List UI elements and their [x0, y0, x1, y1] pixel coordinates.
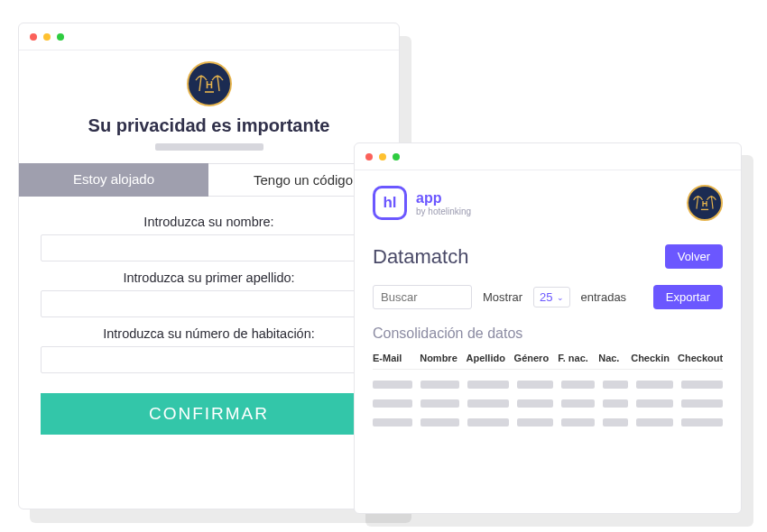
cell-placeholder	[636, 399, 673, 408]
cell-placeholder	[373, 399, 412, 408]
cell-placeholder	[467, 418, 508, 427]
label-name: Introduzca su nombre:	[41, 215, 377, 229]
cell-placeholder	[603, 418, 628, 427]
titlebar	[19, 23, 399, 50]
col-fnac[interactable]: F. nac.	[558, 353, 590, 363]
cell-placeholder	[603, 381, 628, 389]
cell-placeholder	[561, 399, 595, 408]
app-name: app	[416, 190, 471, 206]
col-nombre[interactable]: Nombre	[420, 353, 457, 363]
confirm-button[interactable]: CONFIRMAR	[41, 393, 377, 435]
cell-placeholder	[561, 418, 595, 427]
svg-text:H: H	[702, 199, 708, 208]
export-button[interactable]: Exportar	[653, 285, 723, 309]
col-apellido[interactable]: Apellido	[467, 353, 506, 363]
privacy-window: H Su privacidad es importante Estoy aloj…	[18, 23, 400, 509]
table-title: Consolidación de datos	[373, 326, 723, 342]
page-size-select[interactable]: 25 ⌄	[533, 287, 569, 307]
maximize-icon[interactable]	[393, 153, 400, 161]
name-input[interactable]	[41, 234, 377, 261]
tab-guest[interactable]: Estoy alojado	[19, 163, 208, 197]
minimize-icon[interactable]	[379, 153, 386, 161]
svg-text:H: H	[206, 79, 213, 90]
cell-placeholder	[517, 399, 554, 408]
room-input[interactable]	[41, 346, 377, 373]
minimize-icon[interactable]	[43, 33, 51, 41]
col-email[interactable]: E-Mail	[373, 353, 411, 363]
cell-placeholder	[681, 418, 723, 427]
cell-placeholder	[603, 399, 628, 408]
close-icon[interactable]	[365, 153, 373, 161]
hotel-logo: H	[687, 185, 723, 221]
section-title: Datamatch	[373, 245, 468, 269]
privacy-title: Su privacidad es importante	[88, 115, 330, 136]
label-room: Introduzca su número de habitación:	[41, 326, 377, 341]
search-input[interactable]	[373, 285, 472, 309]
cell-placeholder	[420, 381, 459, 389]
subtitle-placeholder	[155, 143, 263, 151]
datamatch-window: hl app by hotelinking H	[354, 142, 742, 514]
cell-placeholder	[517, 418, 554, 427]
show-label: Mostrar	[483, 290, 522, 304]
label-surname: Introduzca su primer apellido:	[41, 271, 377, 285]
chevron-down-icon: ⌄	[557, 293, 564, 302]
cell-placeholder	[517, 381, 554, 389]
hotel-logo: H	[187, 61, 232, 106]
cell-placeholder	[420, 418, 459, 427]
page-size-value: 25	[540, 290, 552, 304]
app-subtitle: by hotelinking	[416, 206, 471, 216]
surname-input[interactable]	[41, 290, 377, 317]
close-icon[interactable]	[30, 33, 37, 41]
table-row	[373, 381, 723, 389]
col-checkin[interactable]: Checkin	[631, 353, 670, 363]
col-genero[interactable]: Género	[514, 353, 550, 363]
hl-logo-icon: hl	[373, 186, 407, 220]
entries-label: entradas	[581, 290, 627, 304]
cell-placeholder	[373, 418, 412, 427]
cell-placeholder	[681, 381, 723, 389]
cell-placeholder	[373, 381, 412, 389]
table-row	[373, 418, 723, 427]
cell-placeholder	[467, 399, 508, 408]
col-checkout[interactable]: Checkout	[678, 353, 723, 363]
cell-placeholder	[636, 381, 673, 389]
col-nac[interactable]: Nac.	[598, 353, 623, 363]
table-row	[373, 399, 723, 408]
cell-placeholder	[681, 399, 723, 408]
app-brand: hl app by hotelinking	[373, 186, 471, 220]
cell-placeholder	[561, 381, 595, 389]
table-header: E-Mail Nombre Apellido Género F. nac. Na…	[373, 353, 723, 370]
maximize-icon[interactable]	[57, 33, 64, 41]
titlebar	[355, 143, 741, 170]
cell-placeholder	[420, 399, 459, 408]
back-button[interactable]: Volver	[665, 244, 723, 269]
auth-tabs: Estoy alojado Tengo un código	[19, 163, 399, 197]
cell-placeholder	[636, 418, 673, 427]
cell-placeholder	[467, 381, 508, 389]
